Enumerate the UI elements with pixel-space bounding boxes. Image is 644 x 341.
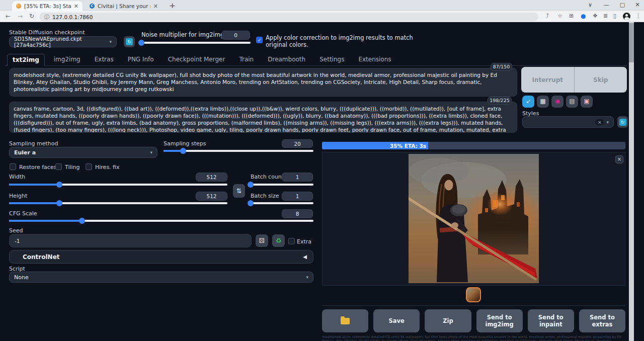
seed-extra-checkbox[interactable] bbox=[288, 238, 295, 244]
checkpoint-dropdown[interactable]: SD15NewVAEpruned.ckpt [27a4ac756c] ▾ bbox=[9, 36, 117, 47]
gallery-thumbnail[interactable] bbox=[466, 287, 481, 302]
sampling-steps-slider[interactable] bbox=[164, 150, 313, 152]
tab-png-info[interactable]: PNG Info bbox=[123, 54, 159, 66]
hires-fix-checkbox[interactable] bbox=[86, 163, 92, 170]
negative-prompt-input[interactable]: canvas frame, cartoon, 3d, ((disfigured)… bbox=[9, 102, 517, 133]
send-to-inpaint-button[interactable]: Send to inpaint bbox=[528, 309, 574, 332]
script-value: None bbox=[14, 274, 29, 281]
batch-count-slider[interactable] bbox=[251, 184, 313, 186]
batch-size-value[interactable]: 1 bbox=[282, 192, 313, 201]
width-label: Width bbox=[9, 174, 25, 180]
address-bar[interactable]: ⓘ 127.0.0.1:7860 bbox=[39, 13, 538, 21]
restore-faces-checkbox[interactable] bbox=[10, 163, 16, 170]
open-folder-button[interactable] bbox=[322, 309, 368, 332]
batch-size-label: Batch size bbox=[251, 193, 279, 199]
tiling-checkbox[interactable] bbox=[55, 163, 62, 170]
tab-extensions[interactable]: Extensions bbox=[353, 54, 396, 66]
app-window: [35% ETA: 3s] Stable Diffusion ✕ C Civit… bbox=[0, 0, 644, 341]
side-panel-icon[interactable]: ▯ bbox=[613, 13, 616, 19]
sampling-steps-value[interactable]: 20 bbox=[282, 139, 313, 148]
controlnet-accordion[interactable]: ControlNet ◀ bbox=[9, 250, 313, 264]
negative-prompt-container: canvas frame, cartoon, 3d, ((disfigured)… bbox=[9, 102, 517, 133]
noise-multiplier-value[interactable]: 0 bbox=[221, 31, 250, 40]
dice-icon: ⚄ bbox=[259, 237, 265, 244]
reuse-seed-button[interactable]: ♻ bbox=[272, 234, 285, 247]
color-correction-checkbox[interactable]: ✓ bbox=[256, 37, 263, 43]
noise-multiplier-slider[interactable] bbox=[141, 42, 251, 44]
profile-avatar[interactable] bbox=[623, 13, 630, 20]
zip-button[interactable]: Zip bbox=[425, 309, 471, 332]
window-menu-icon[interactable]: ∨ bbox=[583, 0, 598, 11]
seed-extra-label: Extra bbox=[297, 238, 311, 245]
share-icon[interactable]: ⤴ bbox=[546, 13, 549, 19]
recycle-icon: ♻ bbox=[276, 237, 282, 244]
swap-dimensions-button[interactable]: ⇅ bbox=[233, 184, 245, 198]
extra-networks-button[interactable]: ◉ bbox=[551, 96, 564, 108]
script-dropdown[interactable]: None ▾ bbox=[9, 272, 313, 283]
styles-refresh-button[interactable]: ↻ bbox=[617, 116, 628, 128]
palette-icon: ◉ bbox=[555, 98, 560, 105]
prompt-input[interactable]: modelshoot style, (extremely detailed CG… bbox=[9, 68, 517, 97]
reload-icon[interactable]: ↻ bbox=[29, 13, 34, 20]
reading-list-icon[interactable]: ≣ bbox=[603, 13, 608, 19]
checkpoint-refresh-button[interactable]: ↻ bbox=[124, 36, 135, 47]
cfg-scale-slider[interactable] bbox=[9, 220, 313, 222]
paste-params-button[interactable]: ↙ bbox=[522, 96, 534, 108]
interrupt-button[interactable]: Interrupt bbox=[521, 67, 575, 93]
floppy-icon: ▣ bbox=[584, 98, 589, 105]
tab-close-icon[interactable]: ✕ bbox=[153, 4, 158, 9]
save-button[interactable]: Save bbox=[373, 309, 420, 332]
extension-grid-icon[interactable]: ⊞ bbox=[569, 13, 574, 19]
apply-style-button[interactable]: ▤ bbox=[566, 96, 578, 108]
height-value[interactable]: 512 bbox=[196, 192, 227, 201]
generated-image[interactable] bbox=[409, 154, 539, 283]
window-minimize-button[interactable]: — bbox=[599, 0, 614, 11]
browser-menu-icon[interactable]: ⋮ bbox=[635, 13, 641, 19]
sampling-method-dropdown[interactable]: Euler a ▾ bbox=[9, 147, 157, 158]
batch-count-value[interactable]: 1 bbox=[282, 173, 313, 182]
tab-checkpoint-merger[interactable]: Checkpoint Merger bbox=[163, 54, 230, 66]
tab-txt2img[interactable]: txt2img bbox=[7, 54, 45, 66]
bookmark-star-icon[interactable]: ☆ bbox=[557, 13, 562, 19]
seed-input[interactable] bbox=[9, 234, 252, 247]
chevron-down-icon: ▾ bbox=[150, 150, 152, 155]
batch-size-slider[interactable] bbox=[251, 202, 313, 204]
trash-icon: ▦ bbox=[540, 98, 545, 105]
tab-img2img[interactable]: img2img bbox=[49, 54, 86, 66]
color-correction-label-2: original colors. bbox=[266, 41, 308, 48]
tab-dreambooth[interactable]: Dreambooth bbox=[263, 54, 310, 66]
new-tab-button[interactable]: + bbox=[168, 2, 177, 10]
browser-tab-civitai[interactable]: C Civitai | Share your models ✕ bbox=[86, 1, 162, 11]
forward-icon[interactable]: → bbox=[18, 13, 23, 20]
styles-clear-icon[interactable]: × bbox=[595, 119, 604, 125]
site-info-icon[interactable]: ⓘ bbox=[44, 14, 49, 21]
cfg-scale-value[interactable]: 8 bbox=[282, 209, 313, 218]
tab-train[interactable]: Train bbox=[234, 54, 259, 66]
styles-dropdown[interactable]: × ▾ bbox=[522, 116, 614, 128]
tab-close-icon[interactable]: ✕ bbox=[74, 4, 78, 9]
random-seed-button[interactable]: ⚄ bbox=[256, 234, 268, 247]
send-to-extras-button[interactable]: Send to extras bbox=[579, 309, 625, 332]
sampling-steps-label: Sampling steps bbox=[164, 140, 206, 147]
clear-prompt-button[interactable]: ▦ bbox=[537, 96, 549, 108]
gallery-close-icon[interactable]: × bbox=[615, 155, 623, 163]
scrollbar-thumb[interactable] bbox=[629, 23, 634, 62]
width-slider[interactable] bbox=[9, 184, 227, 186]
height-slider[interactable] bbox=[9, 202, 227, 204]
hires-fix-label: Hires. fix bbox=[95, 164, 120, 170]
save-style-button[interactable]: ▣ bbox=[581, 96, 593, 108]
send-to-img2img-button[interactable]: Send to img2img bbox=[476, 309, 523, 332]
extension-blue-icon[interactable]: ● bbox=[581, 13, 586, 20]
tab-extras[interactable]: Extras bbox=[90, 54, 119, 66]
browser-tab-stable-diffusion[interactable]: [35% ETA: 3s] Stable Diffusion ✕ bbox=[12, 1, 83, 11]
chevron-down-icon: ▾ bbox=[606, 120, 609, 125]
checkpoint-label: Stable Diffusion checkpoint bbox=[9, 29, 85, 36]
width-value[interactable]: 512 bbox=[196, 173, 227, 182]
back-icon[interactable]: ← bbox=[6, 13, 11, 20]
tab-settings[interactable]: Settings bbox=[314, 54, 349, 66]
window-close-button[interactable]: ✕ bbox=[630, 0, 644, 11]
page-scrollbar[interactable] bbox=[629, 22, 634, 341]
skip-button[interactable]: Skip bbox=[575, 67, 627, 93]
window-maximize-button[interactable]: ▢ bbox=[615, 0, 630, 11]
extensions-puzzle-icon[interactable]: ❖ bbox=[593, 13, 598, 19]
